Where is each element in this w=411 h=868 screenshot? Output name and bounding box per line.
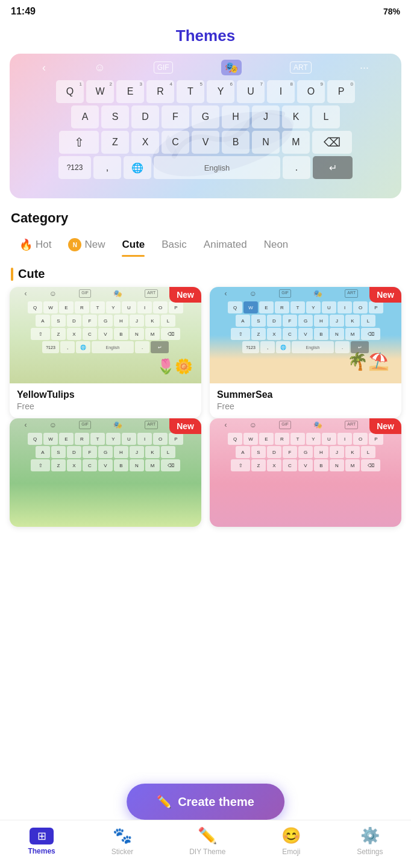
status-battery: 78% (383, 7, 400, 16)
mini-key: K (145, 315, 160, 327)
more-icon: ··· (360, 61, 369, 74)
create-theme-button[interactable]: ✏️ Create theme (127, 784, 284, 820)
key-l[interactable]: L (312, 105, 340, 128)
key-comma[interactable]: , (93, 156, 121, 179)
mini-art-icon: ART (145, 421, 158, 429)
key-n[interactable]: N (252, 131, 280, 154)
tab-animated-label: Animated (204, 239, 247, 251)
mini-key: L (161, 446, 175, 458)
summer-sea-info: SummerSea Free (210, 383, 401, 418)
mini-key: ⌫ (361, 459, 380, 471)
mini-key: Y (106, 301, 121, 313)
tab-new[interactable]: N New (60, 234, 113, 257)
mini-back-icon: ‹ (225, 421, 227, 429)
key-b[interactable]: B (222, 131, 249, 154)
mini-key: R (75, 301, 89, 313)
diy-theme-icon: ✏️ (198, 826, 217, 845)
mini-art-icon: ART (345, 421, 358, 429)
tab-animated[interactable]: Animated (195, 235, 256, 257)
mini-key: K (145, 446, 160, 458)
new-badge-green: New (169, 418, 201, 434)
mini-key: L (161, 315, 175, 327)
key-q[interactable]: 1Q (56, 80, 84, 103)
key-j[interactable]: J (252, 105, 280, 128)
mini-space: English (92, 341, 134, 353)
nav-sticker[interactable]: 🐾 Sticker (111, 826, 134, 856)
mini-key: P (369, 433, 383, 445)
key-t[interactable]: 5T (177, 80, 204, 103)
key-space[interactable]: English (154, 156, 280, 179)
key-i[interactable]: 8I (267, 80, 295, 103)
key-p[interactable]: 0P (327, 80, 355, 103)
nav-themes[interactable]: ⊞ Themes (28, 828, 55, 855)
emoji-nav-icon: 😊 (281, 826, 301, 845)
mini-key: ⇧ (231, 459, 250, 471)
nav-emoji[interactable]: 😊 Emoji (281, 826, 301, 856)
mini-back-icon: ‹ (25, 421, 27, 429)
key-c[interactable]: C (162, 131, 189, 154)
theme-card-green[interactable]: New ‹ ☺ GIF 🎭 ART ··· Q W E R T Y U (10, 418, 201, 527)
key-z[interactable]: Z (101, 131, 129, 154)
mini-key: G (298, 446, 313, 458)
tab-hot[interactable]: 🔥 Hot (11, 234, 60, 257)
mini-key: M (145, 328, 160, 340)
tab-neon[interactable]: Neon (256, 235, 297, 257)
mini-key: K (345, 446, 360, 458)
mini-key: ⇧ (231, 328, 250, 340)
mini-key: M (345, 459, 360, 471)
category-title: Category (11, 210, 400, 226)
mini-key: C (283, 459, 297, 471)
key-w[interactable]: 2W (86, 80, 114, 103)
key-y[interactable]: 6Y (207, 80, 234, 103)
key-r[interactable]: 4R (146, 80, 174, 103)
mini-key: N (130, 328, 144, 340)
theme-card-yellow-tulips[interactable]: ‹ ☺ GIF 🎭 ART ··· Q W E R T Y U (10, 287, 201, 418)
mini-key: D (267, 315, 281, 327)
mini-gif-icon: GIF (279, 289, 291, 298)
key-k[interactable]: K (282, 105, 310, 128)
key-o[interactable]: 9O (297, 80, 325, 103)
mini-key: W (43, 301, 58, 313)
mini-key: X (267, 459, 281, 471)
mini-art-icon: ART (145, 289, 158, 298)
key-f[interactable]: F (162, 105, 189, 128)
mini-key: S (51, 315, 66, 327)
mini-key: X (67, 459, 81, 471)
mini-key: H (314, 446, 328, 458)
mini-key: E (59, 301, 74, 313)
key-v[interactable]: V (192, 131, 219, 154)
new-badge-yellow: New (169, 287, 201, 303)
tab-cute[interactable]: Cute (113, 235, 153, 257)
yellow-tulips-preview: ‹ ☺ GIF 🎭 ART ··· Q W E R T Y U (10, 287, 201, 383)
key-a[interactable]: A (71, 105, 99, 128)
mini-key: L (361, 315, 375, 327)
mini-gif-icon: GIF (279, 421, 291, 429)
key-backspace[interactable]: ⌫ (312, 131, 352, 154)
nav-diy-theme[interactable]: ✏️ DIY Theme (189, 826, 225, 856)
nav-settings[interactable]: ⚙️ Settings (357, 826, 383, 856)
mini-key: E (259, 301, 274, 313)
key-enter[interactable]: ↵ (313, 156, 353, 179)
key-x[interactable]: X (131, 131, 159, 154)
key-period[interactable]: . (283, 156, 310, 179)
tab-basic[interactable]: Basic (153, 235, 195, 257)
key-h[interactable]: H (222, 105, 249, 128)
key-s[interactable]: S (101, 105, 129, 128)
yellow-tulips-name: YellowTulips (17, 389, 194, 400)
mini-key: L (361, 446, 375, 458)
theme-card-summer-sea[interactable]: ‹ ☺ GIF 🎭 ART ··· Q W E R T Y U (210, 287, 401, 418)
status-time: 11:49 (11, 6, 36, 17)
mini-back-icon: ‹ (225, 289, 227, 298)
key-u[interactable]: 7U (237, 80, 265, 103)
key-d[interactable]: D (131, 105, 159, 128)
key-shift[interactable]: ⇧ (59, 131, 99, 154)
key-numbers[interactable]: ?123 (58, 156, 91, 179)
key-g[interactable]: G (192, 105, 219, 128)
theme-card-pink[interactable]: New ‹ ☺ GIF 🎭 ART ··· Q W E R T Y U (210, 418, 401, 527)
new-icon: N (68, 238, 81, 251)
key-e[interactable]: 3E (116, 80, 144, 103)
mini-key: F (283, 446, 297, 458)
key-globe[interactable]: 🌐 (124, 156, 151, 179)
mini-key: F (83, 446, 97, 458)
key-m[interactable]: M (282, 131, 310, 154)
